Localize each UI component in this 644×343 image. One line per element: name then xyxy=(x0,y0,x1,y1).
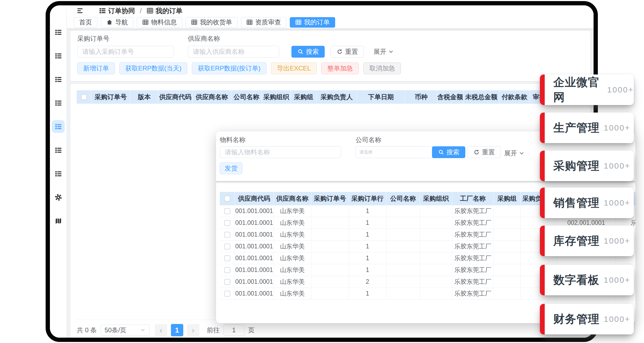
promo-card-销售管理[interactable]: 销售管理1000+ xyxy=(540,188,634,218)
sidebar-item-6[interactable] xyxy=(52,144,65,156)
table-cell: 1 xyxy=(349,288,386,299)
promo-card-数字看板[interactable]: 数字看板1000+ xyxy=(540,265,634,295)
sidebar-item-4[interactable] xyxy=(52,96,65,109)
breadcrumb-item[interactable]: 订单协同 xyxy=(108,6,135,15)
sidebar-item-3[interactable] xyxy=(52,73,65,86)
sidebar-item-7[interactable] xyxy=(52,167,65,180)
tab-资质审查[interactable]: 资质审查 xyxy=(241,17,286,28)
material-name-input[interactable] xyxy=(220,146,341,158)
row-checkbox[interactable] xyxy=(224,291,230,297)
search-icon xyxy=(297,49,304,55)
action-button-导出EXCEL[interactable]: 导出EXCEL xyxy=(271,62,317,74)
search-panel: 采购订单号 供应商名称 搜索 重置 xyxy=(70,31,590,81)
breadcrumb: 订单协同 / 我的订单 xyxy=(99,6,182,15)
row-checkbox[interactable] xyxy=(224,208,230,214)
tab-物料信息[interactable]: 物料信息 xyxy=(137,17,182,28)
expand-toggle[interactable]: 展开 xyxy=(504,149,525,158)
table-cell: 001.001.0001 xyxy=(235,264,274,276)
goto-page-input[interactable] xyxy=(224,325,244,336)
table-cell: 山东华美 xyxy=(274,252,311,264)
page-size-select[interactable]: 50条/页 xyxy=(101,325,149,336)
breadcrumb-item[interactable]: 我的订单 xyxy=(156,6,182,15)
sidebar-item-5[interactable] xyxy=(52,120,65,133)
column-header-未税总金额: 未税总金额 xyxy=(463,90,500,104)
promo-card-采购管理[interactable]: 采购管理1000+ xyxy=(540,151,634,181)
sidebar-item-8[interactable] xyxy=(52,191,65,204)
column-header-供应商名称: 供应商名称 xyxy=(193,90,231,104)
list-icon xyxy=(55,52,62,59)
sidebar-item-9[interactable] xyxy=(52,214,65,227)
table-cell xyxy=(386,241,420,252)
sidebar-item-1[interactable] xyxy=(52,26,65,39)
next-page-button[interactable]: › xyxy=(187,324,199,336)
table-cell: 001.001.0001 xyxy=(235,252,274,264)
promo-card-财务管理[interactable]: 财务管理1000+ xyxy=(540,304,634,334)
select-all-checkbox[interactable] xyxy=(224,196,230,202)
table-cell xyxy=(420,276,452,288)
home-icon xyxy=(106,19,113,25)
action-button-整单加急[interactable]: 整单加急 xyxy=(321,62,359,74)
promo-card-生产管理[interactable]: 生产管理1000+ xyxy=(540,113,634,143)
collapse-menu-icon[interactable] xyxy=(76,7,83,14)
supplier-name-input[interactable] xyxy=(188,46,279,58)
promo-card-企业微官网[interactable]: 企业微官网1000+ xyxy=(540,74,634,105)
action-button-获取ERP数据(当天)[interactable]: 获取ERP数据(当天) xyxy=(119,62,187,74)
action-button-获取ERP数据(按订单)[interactable]: 获取ERP数据(按订单) xyxy=(192,62,266,74)
column-header-供应商名称: 供应商名称 xyxy=(274,192,311,205)
promo-card-badge: 1000+ xyxy=(604,123,630,132)
table-cell: 1 xyxy=(349,205,386,217)
table-cell: 1 xyxy=(349,241,386,252)
tab-首页[interactable]: 首页 xyxy=(74,17,97,28)
tab-label: 我的订单 xyxy=(304,18,330,27)
table-cell xyxy=(420,241,452,252)
table-cell xyxy=(494,229,521,240)
search-icon xyxy=(438,149,444,155)
table-cell xyxy=(386,264,420,276)
sidebar-item-2[interactable] xyxy=(52,49,65,62)
page-1-button[interactable]: 1 xyxy=(171,324,183,336)
promo-card-body: 库存管理1000+ xyxy=(553,226,630,256)
po-number-input[interactable] xyxy=(77,46,174,58)
table-cell xyxy=(311,276,349,288)
table-cell xyxy=(311,252,349,264)
table-cell xyxy=(386,205,420,217)
field-label: 供应商名称 xyxy=(188,34,220,43)
promo-card-库存管理[interactable]: 库存管理1000+ xyxy=(540,226,634,256)
column-header-下单日期: 下单日期 xyxy=(357,90,405,104)
reset-button[interactable]: 重置 xyxy=(467,146,501,158)
table-cell: 乐胶东莞工厂 xyxy=(452,276,494,288)
card-accent-bar xyxy=(540,265,545,295)
search-button[interactable]: 搜索 xyxy=(291,46,325,58)
expand-toggle[interactable]: 展开 xyxy=(374,47,394,56)
tab-我的订单[interactable]: 我的订单 xyxy=(290,17,335,28)
row-checkbox[interactable] xyxy=(224,232,230,238)
search-button[interactable]: 搜索 xyxy=(432,146,465,158)
table-cell xyxy=(311,288,349,299)
chevron-down-icon xyxy=(519,150,525,156)
select-all-checkbox[interactable] xyxy=(81,94,87,100)
column-header-采购组: 采购组 xyxy=(494,192,521,205)
prev-page-button[interactable]: ‹ xyxy=(155,324,167,336)
table-cell xyxy=(311,205,349,217)
tab-我的收货单[interactable]: 我的收货单 xyxy=(186,17,237,28)
goto-label: 前往 xyxy=(207,326,220,334)
list-icon xyxy=(55,76,62,83)
row-checkbox[interactable] xyxy=(224,255,230,261)
column-header-供应商代码: 供应商代码 xyxy=(158,90,193,104)
row-checkbox[interactable] xyxy=(224,267,230,273)
promo-card-title: 企业微官网 xyxy=(553,75,603,105)
column-header-采购组织: 采购组织 xyxy=(420,192,452,205)
table-cell xyxy=(494,276,521,288)
refresh-icon xyxy=(336,49,343,55)
tab-导航[interactable]: 导航 xyxy=(101,17,133,28)
reset-button[interactable]: 重置 xyxy=(331,46,364,58)
topbar: 订单协同 / 我的订单 xyxy=(67,5,594,16)
row-checkbox[interactable] xyxy=(224,244,230,249)
action-button-新增订单[interactable]: 新增订单 xyxy=(77,62,115,74)
row-checkbox[interactable] xyxy=(224,279,230,285)
table-cell xyxy=(420,217,452,229)
ship-button[interactable]: 发货 xyxy=(220,162,242,174)
table-cell: 山东华美 xyxy=(274,276,311,288)
row-checkbox[interactable] xyxy=(224,220,230,226)
action-button-取消加急[interactable]: 取消加急 xyxy=(363,62,401,74)
